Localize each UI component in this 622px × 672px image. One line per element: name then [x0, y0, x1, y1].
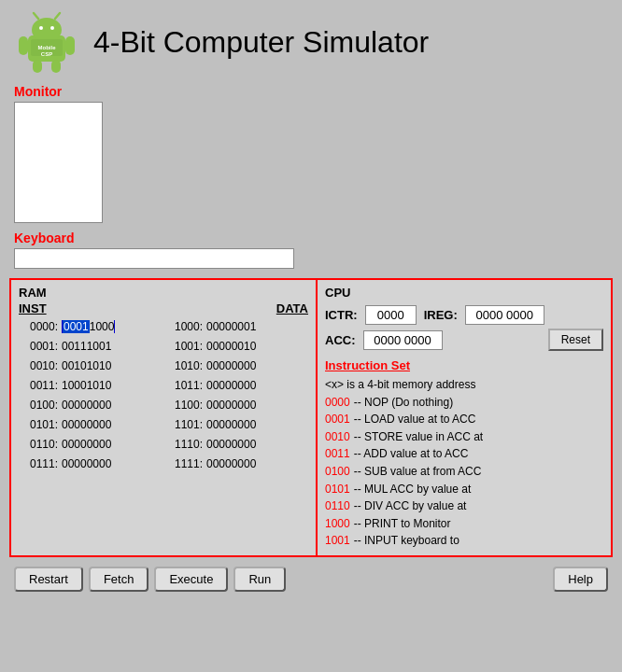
ram-data-val: 00000010 — [206, 340, 256, 353]
ireg-value: 0000 0000 — [465, 305, 544, 325]
ram-inst-val: 00000000 — [62, 438, 111, 451]
ram-inst-addr: 0101: — [19, 418, 58, 431]
ram-inst-row: 0001:00111001 — [19, 337, 163, 356]
ram-data-col: 1000:000000011001:000000101010:000000001… — [163, 317, 308, 474]
ram-inst-row: 0011:10001010 — [19, 376, 163, 395]
inst-desc: -- NOP (Do nothing) — [354, 394, 453, 412]
ram-inst-row: 0110:00000000 — [19, 435, 163, 454]
inst-desc: -- ADD value at to ACC — [354, 445, 469, 463]
instruction-line: 0110 -- DIV ACC by value at — [325, 497, 603, 515]
ram-inst-addr: 0011: — [19, 379, 58, 392]
instruction-line: 0011 -- ADD value at to ACC — [325, 445, 603, 463]
execute-button[interactable]: Execute — [154, 567, 228, 592]
ram-inst-addr: 0001: — [19, 340, 58, 353]
monitor-label: Monitor — [14, 84, 608, 99]
ram-inst-row: 0111:00000000 — [19, 455, 163, 473]
instruction-set-content: <x> is a 4-bit memory address 0000-- NOP… — [325, 376, 603, 550]
inst-desc: -- LOAD value at to ACC — [354, 411, 476, 428]
ram-data-addr: 1011: — [163, 379, 203, 392]
instruction-set-title: Instruction Set — [325, 358, 603, 372]
ram-data-addr: 1101: — [163, 418, 203, 431]
instruction-line: 1001 -- INPUT keyboard to — [325, 532, 603, 550]
cpu-title: CPU — [325, 286, 603, 300]
ram-data-val: 00000000 — [206, 399, 256, 412]
inst-desc: -- MUL ACC by value at — [354, 481, 472, 498]
svg-rect-7 — [65, 36, 75, 55]
instruction-line: 1000 -- PRINT to Monitor — [325, 515, 603, 533]
ram-inst-val: 10001010 — [62, 379, 111, 392]
inst-code: 0000 — [325, 394, 350, 412]
ram-inst-addr: 0000: — [19, 320, 58, 333]
ram-data-row: 1001:00000010 — [163, 337, 308, 356]
restart-button[interactable]: Restart — [14, 567, 83, 592]
inst-desc: -- STORE value in ACC at — [354, 428, 484, 446]
svg-line-4 — [34, 13, 38, 19]
ram-data-addr: 1010: — [163, 359, 203, 372]
ram-data-row: 1110:00000000 — [163, 435, 308, 454]
ram-data-row: 1000:00000001 — [163, 317, 308, 336]
reset-button[interactable]: Reset — [548, 329, 603, 351]
svg-text:CSP: CSP — [41, 51, 52, 57]
ram-data-addr: 1100: — [163, 399, 203, 412]
ictr-value: 0000 — [365, 305, 417, 325]
ictr-label: ICTR: — [325, 308, 358, 322]
ram-inst-addr: 0010: — [19, 359, 58, 372]
monitor-section: Monitor — [0, 84, 622, 231]
ram-data-val: 00000001 — [206, 320, 256, 333]
instruction-line: 0001 -- LOAD value at to ACC — [325, 411, 603, 428]
ram-data-row: 1101:00000000 — [163, 415, 308, 434]
svg-text:Mobile: Mobile — [38, 45, 57, 50]
ram-inst-col: 0000:000110000001:001110010010:001010100… — [19, 317, 163, 474]
ram-inst-val: 00000000 — [62, 457, 111, 470]
ram-data-addr: 1111: — [163, 457, 203, 470]
instruction-line: 0100 -- SUB value at from ACC — [325, 463, 603, 481]
ram-inst-val: 00011000 — [62, 320, 115, 333]
ram-data-addr: 1110: — [163, 438, 203, 451]
ram-data-val: 00000000 — [206, 457, 256, 470]
svg-point-3 — [50, 26, 54, 30]
ram-inst-val: 00000000 — [62, 399, 111, 412]
ram-inst-val: 00000000 — [62, 418, 111, 431]
svg-rect-9 — [51, 60, 61, 73]
inst-desc: -- INPUT keyboard to — [354, 532, 459, 550]
ram-inst-addr: 0100: — [19, 399, 58, 412]
ram-inst-val: 00101010 — [62, 359, 111, 372]
ram-data-val: 00000000 — [206, 418, 256, 431]
ram-inst-row: 0100:00000000 — [19, 396, 163, 414]
svg-point-1 — [32, 18, 62, 42]
fetch-button[interactable]: Fetch — [89, 567, 149, 592]
inst-code: 0001 — [325, 411, 350, 428]
ram-headers: INST DATA — [19, 301, 308, 315]
keyboard-label: Keyboard — [14, 231, 608, 245]
acc-value: 0000 0000 — [363, 330, 443, 350]
svg-point-2 — [39, 26, 43, 30]
ram-data-val: 00000000 — [206, 438, 256, 451]
inst-desc: -- SUB value at from ACC — [354, 463, 482, 481]
ram-panel: RAM INST DATA 0000:000110000001:00111001… — [11, 280, 318, 555]
ram-inst-header: INST — [19, 301, 70, 315]
toolbar: Restart Fetch Execute Run Help — [0, 557, 622, 601]
inst-code: 1000 — [325, 515, 350, 533]
ram-inst-val: 00111001 — [62, 340, 111, 353]
cpu-panel: CPU ICTR: 0000 IREG: 0000 0000 ACC: 0000… — [318, 280, 611, 555]
keyboard-input[interactable] — [14, 248, 294, 269]
svg-rect-6 — [19, 36, 28, 55]
help-button[interactable]: Help — [553, 567, 608, 592]
ram-data-val: 00000000 — [206, 379, 256, 392]
monitor-textarea[interactable] — [14, 102, 103, 223]
cpu-acc-row: ACC: 0000 0000 Reset — [325, 329, 603, 351]
inst-set-desc: <x> is a 4-bit memory address — [325, 376, 603, 394]
inst-desc: -- DIV ACC by value at — [354, 497, 467, 515]
ram-data-row: 1011:00000000 — [163, 376, 308, 395]
inst-code: 0010 — [325, 428, 350, 446]
cpu-registers: ICTR: 0000 IREG: 0000 0000 — [325, 305, 603, 325]
ram-title: RAM — [19, 286, 308, 300]
header: Mobile CSP 4-Bit Computer Simulator — [0, 0, 622, 84]
ram-data-row: 1100:00000000 — [163, 396, 308, 414]
inst-code: 1001 — [325, 532, 350, 550]
svg-line-5 — [55, 13, 60, 19]
ram-data-addr: 1000: — [163, 320, 203, 333]
ram-data-header: DATA — [276, 301, 308, 315]
acc-label: ACC: — [325, 333, 356, 347]
run-button[interactable]: Run — [233, 567, 286, 592]
